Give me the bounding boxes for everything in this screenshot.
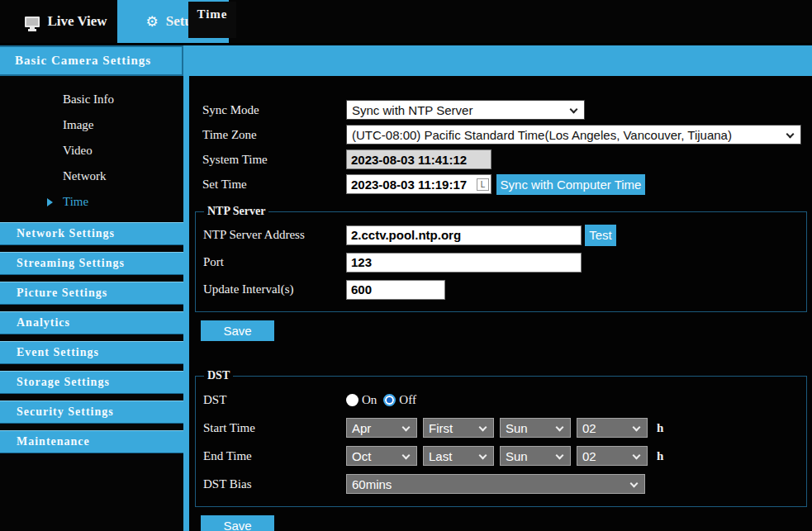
chevron-down-icon bbox=[786, 130, 795, 139]
dst-bias-select[interactable]: 60mins bbox=[346, 474, 645, 494]
time-zone-row: Time Zone (UTC-08:00) Pacific Standard T… bbox=[189, 122, 812, 147]
time-zone-label: Time Zone bbox=[202, 128, 346, 142]
dst-bias-row: DST Bias 60mins bbox=[203, 470, 806, 498]
start-day-select[interactable]: Sun bbox=[500, 418, 571, 438]
top-bar: Live View ⚙ Setup bbox=[0, 0, 812, 43]
ntp-server-fieldset: NTP Server NTP Server Address Test Port … bbox=[195, 205, 807, 312]
end-hour-select[interactable]: 02 bbox=[577, 446, 648, 466]
chevron-down-icon bbox=[479, 424, 487, 432]
dst-radio-group: On Off bbox=[346, 393, 416, 407]
start-hour-suffix: h bbox=[657, 421, 663, 435]
sidebar-item-network[interactable]: Network bbox=[0, 164, 183, 189]
sidebar-sections: Network Settings Streaming Settings Pict… bbox=[0, 222, 183, 453]
end-month-value: Oct bbox=[352, 449, 371, 463]
chevron-down-icon bbox=[556, 424, 564, 432]
sidebar-item-label: Basic Info bbox=[63, 92, 114, 107]
chevron-down-icon bbox=[630, 480, 639, 488]
sidebar-item-video[interactable]: Video bbox=[0, 138, 183, 164]
sidebar-item-time[interactable]: Time bbox=[0, 189, 183, 215]
set-time-wrap: L bbox=[346, 174, 491, 194]
end-week-select[interactable]: Last bbox=[423, 446, 494, 466]
start-month-select[interactable]: Apr bbox=[346, 418, 417, 438]
monitor-icon bbox=[25, 17, 40, 27]
save-button-ntp[interactable]: Save bbox=[201, 320, 274, 341]
chevron-down-icon bbox=[556, 452, 564, 460]
gear-icon: ⚙ bbox=[146, 15, 159, 29]
sync-with-computer-time-button[interactable]: Sync with Computer Time bbox=[496, 174, 645, 195]
chevron-down-icon bbox=[633, 424, 641, 432]
dst-on-radio[interactable] bbox=[346, 394, 359, 406]
sync-mode-value: Sync with NTP Server bbox=[352, 103, 472, 117]
end-hour-suffix: h bbox=[657, 449, 663, 463]
chevron-down-icon bbox=[402, 452, 411, 460]
dst-start-time-row: Start Time Apr First Sun 02 h bbox=[203, 414, 806, 442]
time-zone-value: (UTC-08:00) Pacific Standard Time(Los An… bbox=[352, 128, 732, 142]
start-week-select[interactable]: First bbox=[423, 418, 494, 438]
update-interval-row: Update Interval(s) bbox=[203, 276, 806, 303]
sidebar-item-label: Image bbox=[63, 118, 93, 132]
dst-legend: DST bbox=[204, 369, 233, 382]
sidebar-section-analytics[interactable]: Analytics bbox=[0, 311, 183, 334]
end-day-select[interactable]: Sun bbox=[500, 446, 571, 466]
dst-end-time-row: End Time Oct Last Sun 02 h bbox=[203, 442, 806, 470]
sidebar-item-basic-info[interactable]: Basic Info bbox=[0, 87, 183, 112]
sidebar-section-basic-camera-settings[interactable]: Basic Camera Settings bbox=[0, 45, 183, 76]
tab-live-view[interactable]: Live View bbox=[15, 0, 117, 43]
start-week-value: First bbox=[429, 421, 453, 435]
sidebar-submenu: Basic Info Image Video Network Time bbox=[0, 76, 183, 215]
sidebar-content-divider bbox=[183, 76, 189, 531]
sidebar-section-security-settings[interactable]: Security Settings bbox=[0, 401, 183, 424]
sidebar-section-streaming-settings[interactable]: Streaming Settings bbox=[0, 252, 183, 275]
set-time-label: Set Time bbox=[202, 178, 346, 192]
time-settings-panel: Sync Mode Sync with NTP Server Time Zone… bbox=[189, 76, 812, 531]
calendar-picker-icon[interactable]: L bbox=[477, 178, 489, 191]
system-time-label: System Time bbox=[202, 153, 346, 167]
dst-on-label: On bbox=[362, 393, 377, 407]
update-interval-field[interactable] bbox=[346, 280, 445, 300]
dst-off-label: Off bbox=[399, 393, 416, 407]
start-time-label: Start Time bbox=[203, 421, 346, 435]
start-hour-select[interactable]: 02 bbox=[577, 418, 648, 438]
sidebar-section-storage-settings[interactable]: Storage Settings bbox=[0, 371, 183, 394]
end-month-select[interactable]: Oct bbox=[346, 446, 417, 466]
end-day-value: Sun bbox=[506, 449, 528, 463]
dst-fieldset: DST DST On Off Start Time Apr First Sun … bbox=[195, 369, 807, 507]
dst-off-radio[interactable] bbox=[383, 394, 396, 406]
content-tab-time[interactable]: Time bbox=[188, 2, 236, 38]
sync-mode-label: Sync Mode bbox=[202, 103, 346, 117]
system-time-row: System Time bbox=[189, 147, 812, 172]
port-field[interactable] bbox=[346, 253, 582, 273]
end-time-label: End Time bbox=[203, 449, 346, 463]
end-week-value: Last bbox=[429, 449, 452, 463]
sidebar-item-label: Time bbox=[63, 195, 88, 209]
chevron-down-icon bbox=[633, 452, 641, 460]
dst-toggle-row: DST On Off bbox=[203, 386, 806, 414]
sidebar-section-event-settings[interactable]: Event Settings bbox=[0, 341, 183, 364]
sidebar: Basic Info Image Video Network Time Netw… bbox=[0, 76, 183, 531]
sidebar-section-maintenance[interactable]: Maintenance bbox=[0, 430, 183, 453]
sync-mode-row: Sync Mode Sync with NTP Server bbox=[189, 97, 812, 122]
ntp-address-field[interactable] bbox=[346, 225, 582, 245]
sync-mode-select[interactable]: Sync with NTP Server bbox=[346, 100, 585, 120]
chevron-down-icon bbox=[479, 452, 487, 460]
sidebar-item-image[interactable]: Image bbox=[0, 112, 183, 138]
end-hour-value: 02 bbox=[582, 449, 596, 463]
chevron-down-icon bbox=[570, 106, 578, 114]
dst-bias-value: 60mins bbox=[352, 477, 392, 491]
active-arrow-icon bbox=[47, 198, 53, 206]
save-button-dst[interactable]: Save bbox=[201, 515, 274, 531]
tab-live-view-label: Live View bbox=[47, 13, 107, 30]
set-time-row: Set Time L Sync with Computer Time bbox=[189, 172, 812, 197]
dst-label: DST bbox=[203, 393, 346, 407]
port-label: Port bbox=[203, 255, 346, 269]
time-zone-select[interactable]: (UTC-08:00) Pacific Standard Time(Los An… bbox=[346, 125, 801, 145]
set-time-field[interactable] bbox=[346, 174, 491, 194]
ntp-address-row: NTP Server Address Test bbox=[203, 221, 806, 249]
test-button[interactable]: Test bbox=[585, 225, 616, 246]
sidebar-section-network-settings[interactable]: Network Settings bbox=[0, 222, 183, 245]
ntp-address-label: NTP Server Address bbox=[203, 228, 346, 242]
start-hour-value: 02 bbox=[582, 421, 596, 435]
dst-bias-label: DST Bias bbox=[203, 477, 346, 491]
ntp-server-legend: NTP Server bbox=[204, 205, 268, 218]
sidebar-section-picture-settings[interactable]: Picture Settings bbox=[0, 282, 183, 305]
